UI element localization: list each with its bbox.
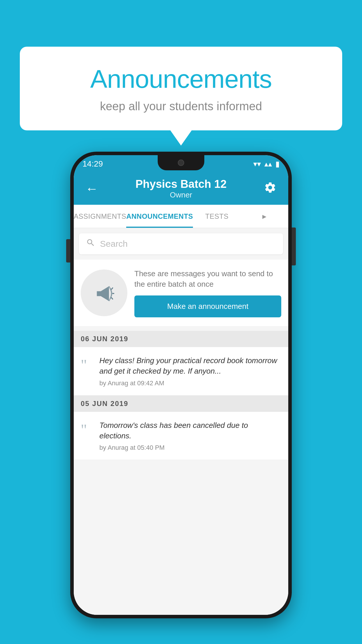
announcement-message-2: Tomorrow's class has been cancelled due …	[99, 420, 281, 441]
app-bar-subtitle: Owner	[101, 190, 261, 200]
app-bar-center: Physics Batch 12 Owner	[101, 178, 261, 200]
svg-line-2	[111, 298, 113, 300]
announcement-message-1: Hey class! Bring your practical record b…	[99, 355, 281, 377]
speech-bubble-container: Announcements keep all your students inf…	[20, 47, 342, 130]
phone-screen: 14:29 ▾▾ ▴▴ ▮ ← Physics Batch 12 Owner	[74, 155, 288, 615]
announcement-prompt: These are messages you want to send to t…	[74, 260, 288, 326]
app-bar: ← Physics Batch 12 Owner	[74, 173, 288, 205]
speech-bubble-subtitle: keep all your students informed	[34, 100, 328, 113]
tab-announcements[interactable]: ANNOUNCEMENTS	[126, 205, 193, 228]
search-placeholder: Search	[100, 239, 128, 249]
quote-icon-1: "	[81, 358, 94, 373]
battery-icon: ▮	[275, 160, 280, 169]
screen-content: Search	[74, 228, 288, 615]
phone-notch	[158, 155, 204, 170]
phone-wrapper: 14:29 ▾▾ ▴▴ ▮ ← Physics Batch 12 Owner	[70, 152, 292, 618]
date-separator-2: 05 JUN 2019	[74, 396, 288, 412]
make-announcement-button[interactable]: Make an announcement	[134, 295, 281, 317]
wifi-icon: ▾▾	[253, 160, 261, 169]
phone-outer: 14:29 ▾▾ ▴▴ ▮ ← Physics Batch 12 Owner	[70, 152, 292, 618]
status-icons: ▾▾ ▴▴ ▮	[253, 160, 280, 169]
signal-icon: ▴▴	[264, 160, 272, 169]
settings-button[interactable]	[261, 178, 280, 200]
megaphone-circle	[81, 270, 127, 316]
announcement-text-block-1: Hey class! Bring your practical record b…	[99, 355, 281, 387]
announcement-description: These are messages you want to send to t…	[134, 268, 281, 290]
search-icon	[86, 238, 95, 250]
tab-more[interactable]: ▸	[241, 205, 288, 228]
svg-line-0	[111, 288, 113, 290]
phone-content: 14:29 ▾▾ ▴▴ ▮ ← Physics Batch 12 Owner	[74, 155, 288, 615]
tabs-bar: ASSIGNMENTS ANNOUNCEMENTS TESTS ▸	[74, 205, 288, 228]
announcement-right: These are messages you want to send to t…	[134, 268, 281, 317]
quote-icon-2: "	[81, 422, 94, 438]
announcement-text-block-2: Tomorrow's class has been cancelled due …	[99, 420, 281, 452]
announcement-item-1[interactable]: " Hey class! Bring your practical record…	[74, 347, 288, 396]
announcement-by-2: by Anurag at 05:40 PM	[99, 444, 281, 452]
status-time: 14:29	[82, 159, 103, 169]
speech-bubble: Announcements keep all your students inf…	[20, 47, 342, 130]
announcement-by-1: by Anurag at 09:42 AM	[99, 379, 281, 387]
tab-tests[interactable]: TESTS	[193, 205, 240, 228]
camera-dot	[178, 160, 184, 166]
app-bar-title: Physics Batch 12	[101, 178, 261, 190]
speech-bubble-title: Announcements	[34, 64, 328, 94]
date-separator-1: 06 JUN 2019	[74, 331, 288, 347]
announcement-item-2[interactable]: " Tomorrow's class has been cancelled du…	[74, 412, 288, 460]
back-button[interactable]: ←	[82, 178, 101, 199]
search-bar[interactable]: Search	[79, 233, 283, 254]
tab-assignments[interactable]: ASSIGNMENTS	[74, 205, 126, 228]
